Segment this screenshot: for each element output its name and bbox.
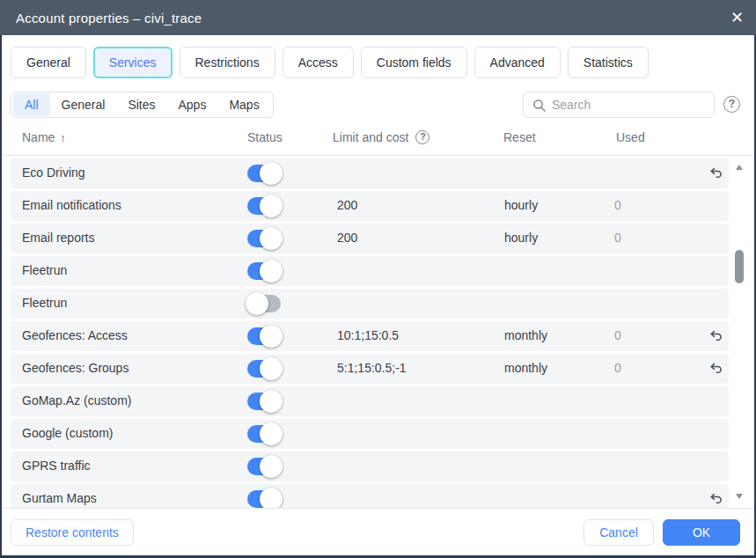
dialog-tab[interactable]: Statistics	[568, 47, 649, 78]
service-name: Eco Driving	[22, 165, 85, 180]
dialog-tab[interactable]: General	[11, 47, 86, 78]
scroll-up-arrow-icon[interactable]	[736, 165, 743, 170]
filter-tab-label: General	[62, 98, 106, 112]
service-name: Gurtam Maps	[22, 491, 97, 505]
used-value: 0	[614, 361, 621, 375]
service-row: Eco Driving	[11, 158, 729, 188]
reset-value: hourly	[504, 231, 538, 245]
limit-help-icon[interactable]: ?	[415, 130, 429, 144]
service-row: Gurtam Maps	[11, 484, 729, 508]
used-value: 0	[614, 328, 621, 342]
ok-button[interactable]: OK	[663, 519, 740, 546]
column-header-reset: Reset	[503, 130, 536, 144]
tab-label: General	[26, 55, 70, 70]
used-value: 0	[614, 231, 621, 245]
undo-icon	[708, 491, 723, 507]
search-box	[523, 92, 715, 118]
limit-value: 10:1;15:0.5	[337, 328, 399, 342]
tab-label: Statistics	[584, 55, 633, 70]
scroll-down-arrow-icon[interactable]	[736, 494, 743, 499]
column-name-label: Name	[22, 130, 55, 144]
service-row: Email notifications 200 hourly 0	[11, 191, 729, 221]
filter-tab[interactable]: Apps	[167, 93, 218, 116]
tab-label: Custom fields	[377, 55, 451, 70]
status-toggle[interactable]	[247, 262, 281, 280]
undo-icon	[708, 328, 723, 344]
restore-contents-button[interactable]: Restore contents	[11, 519, 134, 546]
column-header-name[interactable]: Name↑	[22, 130, 66, 144]
status-toggle[interactable]	[247, 360, 281, 378]
service-row: Email reports 200 hourly 0	[11, 224, 729, 253]
filter-tab[interactable]: Maps	[217, 93, 270, 116]
services-list: Eco Driving Email notifications 200 hour…	[2, 156, 754, 508]
service-category-filter: All General Sites Apps Maps	[11, 92, 274, 118]
status-toggle[interactable]	[247, 393, 281, 410]
dialog-tab[interactable]: Services	[93, 47, 172, 78]
toggle-knob	[260, 357, 283, 380]
service-name: Email notifications	[22, 198, 121, 212]
used-value: 0	[614, 198, 621, 212]
column-limit-label: Limit and cost	[333, 130, 408, 144]
service-name: Email reports	[22, 231, 94, 245]
dialog-tab[interactable]: Access	[283, 47, 354, 78]
column-header-used: Used	[616, 130, 645, 144]
undo-button[interactable]	[708, 165, 723, 181]
status-toggle[interactable]	[247, 458, 281, 475]
filter-tab[interactable]: All	[13, 93, 50, 116]
reset-value: monthly	[504, 328, 547, 342]
tab-label: Restrictions	[195, 55, 260, 70]
service-row: Fleetrun	[11, 256, 729, 286]
undo-icon	[708, 361, 723, 377]
reset-value: monthly	[504, 361, 547, 375]
dialog-title: Account properties – civi_trace	[16, 11, 202, 26]
limit-value: 200	[337, 231, 357, 245]
status-toggle[interactable]	[247, 425, 281, 443]
filter-tab-label: Apps	[179, 98, 207, 112]
service-row: GPRS traffic	[11, 452, 729, 481]
toggle-knob	[260, 162, 283, 185]
dialog-tab[interactable]: Advanced	[474, 47, 561, 78]
account-properties-dialog: Account properties – civi_trace ✕ Genera…	[0, 0, 756, 558]
status-toggle[interactable]	[247, 295, 281, 312]
scrollbar-thumb[interactable]	[735, 250, 744, 283]
filter-tab-label: All	[25, 98, 39, 112]
services-list-viewport: Eco Driving Email notifications 200 hour…	[2, 156, 754, 508]
dialog-tab[interactable]: Restrictions	[180, 47, 275, 78]
service-row: Geofences: Access 10:1;15:0.5 monthly 0	[11, 321, 729, 351]
undo-button[interactable]	[708, 491, 723, 507]
undo-icon	[708, 165, 723, 181]
status-toggle[interactable]	[247, 165, 281, 182]
help-icon[interactable]: ?	[723, 96, 740, 113]
dialog-tabs: General Services Restrictions Access Cus…	[2, 35, 754, 88]
limit-value: 5:1;15:0.5;-1	[337, 361, 407, 375]
toggle-knob	[260, 195, 283, 217]
scrollbar[interactable]	[732, 157, 746, 507]
search-icon	[532, 99, 547, 113]
status-toggle[interactable]	[247, 230, 281, 247]
toggle-knob	[260, 422, 283, 445]
close-icon[interactable]: ✕	[730, 10, 744, 26]
filter-tab-label: Maps	[229, 98, 259, 112]
status-toggle[interactable]	[247, 327, 281, 345]
filter-tab-label: Sites	[128, 98, 155, 112]
undo-button[interactable]	[708, 361, 723, 377]
service-row: Google (custom)	[11, 419, 729, 449]
search-input[interactable]	[552, 92, 710, 117]
service-name: Geofences: Access	[22, 328, 128, 342]
toggle-knob	[260, 325, 283, 348]
filter-tab[interactable]: Sites	[116, 93, 166, 116]
service-row: Fleetrun	[11, 289, 729, 319]
sort-ascending-icon: ↑	[60, 131, 66, 144]
limit-value: 200	[337, 198, 357, 212]
status-toggle[interactable]	[247, 490, 281, 508]
toggle-knob	[260, 227, 283, 250]
column-header-status: Status	[247, 130, 283, 144]
service-name: GoMap.Az (custom)	[22, 393, 131, 407]
dialog-tab[interactable]: Custom fields	[361, 47, 467, 78]
cancel-button[interactable]: Cancel	[584, 519, 654, 546]
service-name: Fleetrun	[22, 296, 67, 310]
undo-button[interactable]	[708, 328, 723, 344]
toggle-knob	[260, 260, 283, 283]
status-toggle[interactable]	[247, 197, 281, 215]
filter-tab[interactable]: General	[50, 93, 117, 116]
